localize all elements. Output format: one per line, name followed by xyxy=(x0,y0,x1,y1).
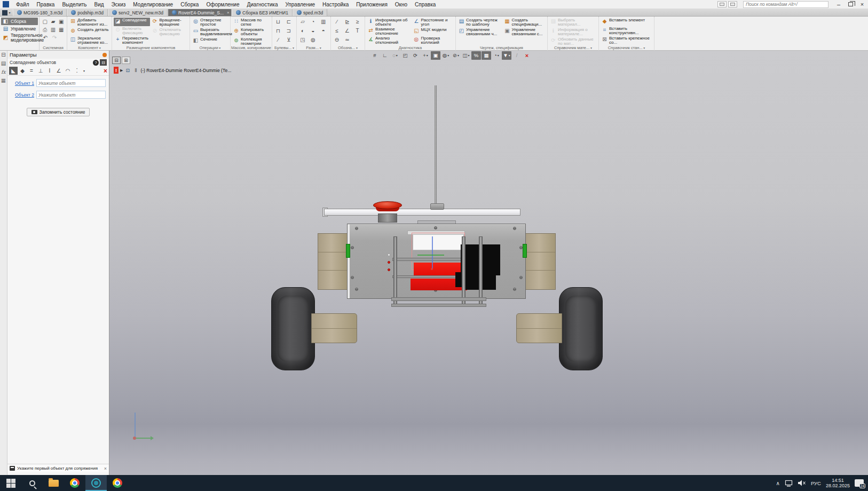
mate-perpendicular-icon[interactable]: ⊥ xyxy=(36,67,45,75)
copy-objects-button[interactable]: ⊕Копировать объекты xyxy=(232,27,270,37)
menu-file[interactable]: Файл xyxy=(12,0,33,9)
tree-toggle-icon[interactable]: ⊟ xyxy=(100,59,107,66)
mass-properties-button[interactable]: ◱МЦХ модели xyxy=(412,27,454,36)
text-tool-icon[interactable]: T xyxy=(353,27,362,35)
estop-button[interactable] xyxy=(373,201,402,209)
tool-icon[interactable]: ▱ xyxy=(298,18,307,26)
left-connector[interactable] xyxy=(346,244,350,258)
minimize-button[interactable]: – xyxy=(833,0,845,9)
disable-fixation-button[interactable]: ⊘Отключить фиксацию xyxy=(151,27,188,37)
menu-modeling[interactable]: Моделирование xyxy=(129,0,177,9)
insert-structural-button[interactable]: ⌗Вставить конструктивн... xyxy=(601,26,652,36)
tool-icon[interactable]: ≥ xyxy=(353,18,362,26)
tool-icon[interactable]: ∕ xyxy=(274,36,282,44)
start-button[interactable] xyxy=(0,475,21,491)
remember-state-button[interactable]: Запомнить состояние xyxy=(27,108,90,116)
cut-extrude-button[interactable]: ▭Вырезать выдавливанием xyxy=(192,27,228,37)
viewport[interactable]: # ∟ ◌▾ ◰ ⟳ +▾ ▣ ◍▾ ⊘▾ ◫▾ % ▦ ◔▾ ▼▾ / × ⊟… xyxy=(109,51,868,475)
mate-coincident-icon[interactable]: ◣ xyxy=(9,67,18,75)
tool-icon[interactable]: ◍ xyxy=(309,36,317,44)
close-button[interactable]: × xyxy=(856,0,868,9)
manage-linked-specs-button[interactable]: ▣Управление связанными с... xyxy=(503,27,546,37)
document-tab[interactable]: sped.m3d xyxy=(293,9,327,16)
tool-icon[interactable]: ⊵ xyxy=(343,18,351,26)
tool-icon[interactable]: ≃ xyxy=(343,36,351,44)
open-icon[interactable]: ▰ xyxy=(49,18,57,26)
object-info-button[interactable]: ℹИнформация об объекте xyxy=(367,18,411,27)
mutual-deviation-button[interactable]: ⇄Взаимное отклонение xyxy=(367,27,411,36)
document-tab[interactable]: MG995-180_3.m3d xyxy=(13,9,67,16)
layout-icon[interactable] xyxy=(717,1,727,7)
distance-angle-button[interactable]: ∠Расстояние и угол xyxy=(412,18,454,27)
chevron-down-icon[interactable]: ▾ xyxy=(82,67,86,75)
ribbon-tab-management[interactable]: ▤Управление xyxy=(1,25,38,33)
tool-icon[interactable]: ⊖ xyxy=(333,36,341,44)
object1-link[interactable]: Объект 1 xyxy=(11,81,34,86)
mate-coaxial-icon[interactable]: ◆ xyxy=(18,67,27,75)
right-upper-arm[interactable] xyxy=(525,233,556,290)
menu-sketch[interactable]: Эскиз xyxy=(108,0,130,9)
insert-element-button[interactable]: ◆Вставить элемент xyxy=(601,18,652,26)
manage-linked-drawings-button[interactable]: ◰Управление связанными ч... xyxy=(457,27,502,37)
menu-diagnostics[interactable]: Диагностика xyxy=(243,0,281,9)
right-lower-arm[interactable] xyxy=(516,313,562,343)
tool-icon[interactable]: ◒ xyxy=(309,27,317,35)
menu-edit[interactable]: Правка xyxy=(33,0,59,9)
redo-icon[interactable]: ↷ xyxy=(50,34,59,42)
tool-icon[interactable]: ⊓ xyxy=(274,27,282,35)
app-menu-button[interactable]: ▾ xyxy=(0,9,13,16)
print-icon[interactable]: ⎙ xyxy=(41,26,49,34)
preview-icon[interactable]: ▥ xyxy=(49,26,57,34)
tool-icon[interactable]: ∠ xyxy=(343,27,351,35)
document-tab[interactable]: podship.m3d xyxy=(67,9,108,16)
menu-settings[interactable]: Настройка xyxy=(319,0,352,9)
cancel-command-icon[interactable]: × xyxy=(104,67,107,75)
antenna-rod[interactable] xyxy=(435,85,437,209)
undo-icon[interactable]: ↶ xyxy=(41,34,50,42)
tool-icon[interactable]: ⊻ xyxy=(285,36,293,44)
kompas-app-button[interactable] xyxy=(85,475,107,491)
material-info-button[interactable]: ℹИнформация о материале... xyxy=(549,27,597,37)
volume-muted-icon[interactable] xyxy=(798,480,806,486)
tool-icon[interactable]: ◓ xyxy=(319,27,328,35)
object1-input[interactable] xyxy=(36,79,106,87)
menu-help[interactable]: Справка xyxy=(411,0,439,9)
rotation-mate-button[interactable]: ⟳Вращение-вращение xyxy=(151,18,188,27)
browser2-button[interactable] xyxy=(107,475,128,491)
command-search-input[interactable] xyxy=(743,1,828,8)
menu-management[interactable]: Управление xyxy=(281,0,319,9)
move-component-button[interactable]: +Переместить компонент xyxy=(114,36,150,45)
tool-icon[interactable]: ◐ xyxy=(298,27,307,35)
tool-icon[interactable]: ▥ xyxy=(319,18,328,26)
menu-window[interactable]: Окно xyxy=(391,0,411,9)
taskbar-clock[interactable]: 14:51 28.02.2025 xyxy=(826,478,850,488)
close-prompt-icon[interactable]: × xyxy=(104,466,107,471)
enable-fixation-button[interactable]: ⊙Включить фиксацию xyxy=(114,26,150,36)
save-icon[interactable]: ▣ xyxy=(58,18,65,26)
tool-icon[interactable]: ⊏ xyxy=(285,18,293,26)
file-explorer-button[interactable] xyxy=(43,475,64,491)
collision-check-button[interactable]: ◎Проверка коллизий xyxy=(412,36,454,45)
tree-panel-icon[interactable]: ⊟ xyxy=(1,52,5,58)
create-part-button[interactable]: ⊛Создать деталь xyxy=(69,27,110,36)
tool-icon[interactable]: ⊔ xyxy=(274,18,282,26)
new-document-icon[interactable]: ▢ xyxy=(41,18,49,26)
help-icon[interactable]: ? xyxy=(93,60,99,66)
menu-view[interactable]: Вид xyxy=(91,0,108,9)
top-plate[interactable] xyxy=(324,209,520,216)
tool-icon[interactable]: ⊐ xyxy=(285,27,293,35)
right-connector[interactable] xyxy=(523,244,527,258)
add-component-button[interactable]: ⊞Добавить компонент из... xyxy=(69,18,110,27)
mirror-component-button[interactable]: ◫Зеркальное отражение ко... xyxy=(69,36,110,45)
mate-coincident-button[interactable]: ◪Совпадение xyxy=(114,18,150,26)
variables-panel-icon[interactable]: fx xyxy=(1,69,5,75)
object2-input[interactable] xyxy=(36,91,106,99)
grid-pattern-button[interactable]: ∷Массив по сетке xyxy=(232,18,270,27)
create-spec-button[interactable]: ▦Создать спецификаци... xyxy=(503,18,546,27)
panel-options-icon[interactable] xyxy=(102,53,107,57)
left-wheel[interactable] xyxy=(271,287,315,370)
document-tab-active[interactable]: RoverE4-Dummie_S...× xyxy=(168,9,232,16)
insert-fastener-button[interactable]: ⊠Вставить крепежное со... xyxy=(601,36,652,45)
deviation-analysis-button[interactable]: ∡Анализ отклонений xyxy=(367,36,411,45)
document-tab[interactable]: Сборка БЕЗ ИМЕНИ1 xyxy=(232,9,293,16)
